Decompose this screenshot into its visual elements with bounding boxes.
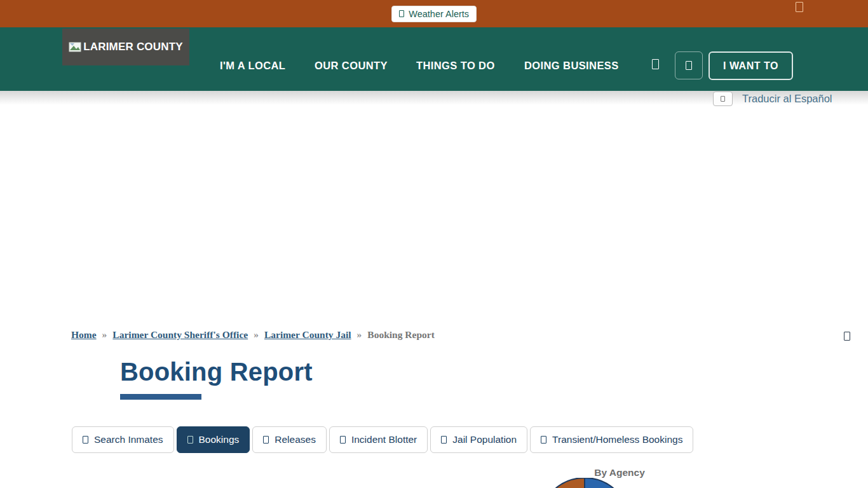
releases-icon <box>263 436 269 444</box>
nav-im-a-local[interactable]: I'M A LOCAL <box>220 60 285 72</box>
i-want-to-button[interactable]: I WANT TO <box>709 51 793 80</box>
search-inmates-icon <box>83 436 88 444</box>
pie-slice-left[interactable] <box>539 478 585 488</box>
alert-bar: Weather Alerts <box>0 0 868 27</box>
print-icon[interactable] <box>844 332 850 341</box>
breadcrumb-separator: » <box>102 329 107 341</box>
header-menu-button[interactable] <box>675 51 703 79</box>
site-logo[interactable]: LARIMER COUNTY <box>62 29 189 65</box>
tab-label: Jail Population <box>452 434 517 445</box>
broken-image-icon <box>69 42 81 52</box>
search-icon[interactable] <box>652 59 659 69</box>
breadcrumb-separator: » <box>357 329 362 341</box>
breadcrumb-home[interactable]: Home <box>71 329 97 341</box>
tab-incident-blotter[interactable]: Incident Blotter <box>329 426 428 453</box>
tab-releases[interactable]: Releases <box>252 426 327 453</box>
transient-homeless-icon <box>541 436 546 444</box>
tab-label: Search Inmates <box>94 434 163 445</box>
jail-population-icon <box>441 436 447 444</box>
tab-search-inmates[interactable]: Search Inmates <box>72 426 174 453</box>
page-title: Booking Report <box>120 358 313 386</box>
tab-label: Transient/Homeless Bookings <box>552 434 682 445</box>
weather-alerts-label: Weather Alerts <box>409 9 469 19</box>
translate-icon <box>721 96 724 102</box>
tab-bookings[interactable]: Bookings <box>177 426 250 453</box>
tab-jail-population[interactable]: Jail Population <box>430 426 527 453</box>
tab-transient-homeless-bookings[interactable]: Transient/Homeless Bookings <box>530 426 693 453</box>
site-header: LARIMER COUNTY I'M A LOCAL OUR COUNTY TH… <box>0 27 868 91</box>
weather-alerts-button[interactable]: Weather Alerts <box>391 6 477 22</box>
breadcrumb-current: Booking Report <box>367 329 435 341</box>
breadcrumb-county-jail[interactable]: Larimer County Jail <box>264 329 351 341</box>
breadcrumb-separator: » <box>254 329 259 341</box>
breadcrumb: Home » Larimer County Sheriff's Office »… <box>71 329 435 341</box>
pie-slice-right[interactable] <box>585 478 630 488</box>
translate-button[interactable] <box>713 92 733 106</box>
tab-label: Bookings <box>199 434 240 445</box>
incident-blotter-icon <box>340 436 346 444</box>
bookings-icon <box>187 436 193 444</box>
translate-link[interactable]: Traducir al Español <box>742 93 832 105</box>
nav-doing-business[interactable]: DOING BUSINESS <box>524 60 619 72</box>
title-underline <box>120 394 201 400</box>
nav-our-county[interactable]: OUR COUNTY <box>315 60 388 72</box>
menu-icon <box>686 61 692 70</box>
weather-alert-icon <box>399 10 404 18</box>
nav-things-to-do[interactable]: THINGS TO DO <box>416 60 495 72</box>
by-agency-pie-chart[interactable] <box>539 478 630 488</box>
breadcrumb-sheriffs-office[interactable]: Larimer County Sheriff's Office <box>112 329 248 341</box>
report-tabs: Search Inmates Bookings Releases Inciden… <box>72 426 693 453</box>
alert-bar-right-icon[interactable] <box>796 2 803 12</box>
chart-title: By Agency <box>539 467 700 478</box>
tab-label: Incident Blotter <box>351 434 417 445</box>
header-shadow <box>0 91 868 105</box>
logo-text: LARIMER COUNTY <box>83 41 183 53</box>
tab-label: Releases <box>275 434 316 445</box>
